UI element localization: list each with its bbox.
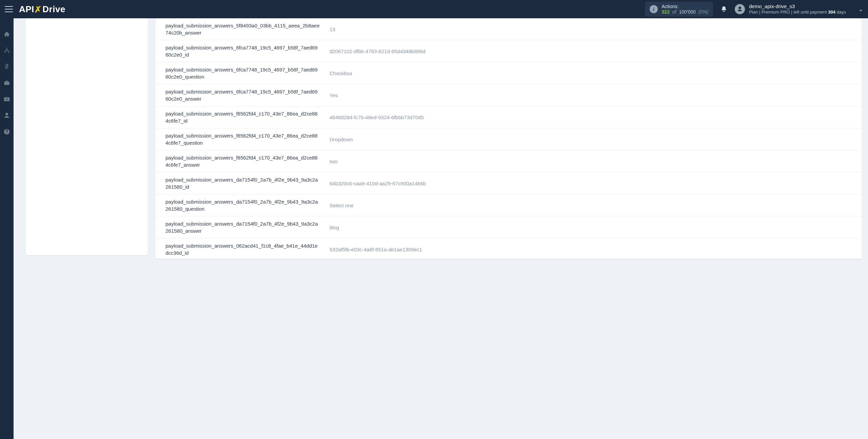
field-key: payload_submission_answers_f8562fd4_c170… — [155, 128, 325, 150]
user-name: demo_apix-drive_s3 — [749, 3, 846, 9]
actions-counter[interactable]: i Actions: 322 of 100'000 (0%) — [645, 2, 713, 17]
field-value: 13 — [325, 18, 862, 40]
table-row: payload_submission_answers_f8562fd4_c170… — [155, 128, 862, 150]
info-icon: i — [650, 5, 658, 13]
chevron-down-icon: ⌄ — [858, 5, 863, 13]
table-row: payload_submission_answers_5f8493a0_03bb… — [155, 18, 862, 40]
field-value: 64b320c6-caa9-410d-aa29-67c900a14b6b — [325, 172, 862, 194]
sidebar-nav — [0, 18, 14, 439]
help-icon[interactable] — [3, 128, 11, 135]
table-row: payload_submission_answers_f8562fd4_c170… — [155, 106, 862, 128]
table-row: payload_submission_answers_da7154f0_2a7b… — [155, 172, 862, 194]
field-value: Checkbox — [325, 62, 862, 84]
field-key: payload_submission_answers_f8562fd4_c170… — [155, 106, 325, 128]
table-row: payload_submission_answers_6fca7748_19c5… — [155, 40, 862, 62]
brand-logo[interactable]: API✗Drive — [19, 4, 65, 15]
field-value: d2067102-dfbb-4783-821d-65d4348b896d — [325, 40, 862, 62]
field-value: 4848d28d-fc70-48ed-9324-6fbbb73d70d5 — [325, 106, 862, 128]
field-key: payload_submission_answers_6fca7748_19c5… — [155, 62, 325, 84]
data-panel: payload_submission_answers_5f8493a0_03bb… — [155, 18, 862, 259]
field-key: payload_submission_answers_6fca7748_19c5… — [155, 84, 325, 106]
table-row: payload_submission_answers_6fca7748_19c5… — [155, 84, 862, 106]
table-row: payload_submission_answers_6fca7748_19c5… — [155, 62, 862, 84]
actions-label: Actions: — [662, 4, 709, 9]
menu-toggle-button[interactable] — [5, 6, 13, 12]
field-key: payload_submission_answers_6fca7748_19c5… — [155, 40, 325, 62]
actions-percent: (0%) — [698, 9, 709, 15]
billing-icon[interactable] — [3, 63, 11, 70]
field-key: payload_submission_answers_da7154f0_2a7b… — [155, 172, 325, 194]
home-icon[interactable] — [3, 30, 11, 38]
notifications-button[interactable] — [721, 6, 727, 13]
briefcase-icon[interactable] — [3, 79, 11, 87]
table-row: payload_submission_answers_da7154f0_2a7b… — [155, 216, 862, 238]
field-key: payload_submission_answers_da7154f0_2a7b… — [155, 194, 325, 216]
actions-current: 322 — [662, 9, 670, 15]
field-value: blog — [325, 216, 862, 238]
field-value: two — [325, 150, 862, 172]
field-key: payload_submission_answers_da7154f0_2a7b… — [155, 216, 325, 238]
avatar-icon — [735, 4, 745, 14]
actions-total: 100'000 — [679, 9, 695, 15]
field-value: 532af5fb-e03c-4a8f-851a-ab1ae1309ec1 — [325, 238, 862, 259]
actions-of: of — [672, 9, 676, 15]
field-value: Dropdown — [325, 128, 862, 150]
field-key: payload_submission_answers_f8562fd4_c170… — [155, 150, 325, 172]
table-row: payload_submission_answers_062acd41_f1c8… — [155, 238, 862, 259]
main-area: payload_submission_answers_5f8493a0_03bb… — [14, 18, 868, 439]
table-row: payload_submission_answers_f8562fd4_c170… — [155, 150, 862, 172]
account-icon[interactable] — [3, 112, 11, 119]
user-menu[interactable]: demo_apix-drive_s3 Plan | Premium PRO | … — [735, 3, 863, 15]
field-value: Yes — [325, 84, 862, 106]
table-row: payload_submission_answers_da7154f0_2a7b… — [155, 194, 862, 216]
field-key: payload_submission_answers_062acd41_f1c8… — [155, 238, 325, 259]
integrations-icon[interactable] — [3, 47, 11, 54]
topbar: API✗Drive i Actions: 322 of 100'000 (0%)… — [0, 0, 868, 18]
payload-table: payload_submission_answers_5f8493a0_03bb… — [155, 18, 862, 259]
video-icon[interactable] — [3, 96, 11, 103]
user-plan: Plan | Premium PRO | left until payment … — [749, 9, 846, 15]
field-key: payload_submission_answers_5f8493a0_03bb… — [155, 18, 325, 40]
field-value: Select one — [325, 194, 862, 216]
left-panel — [26, 18, 148, 255]
